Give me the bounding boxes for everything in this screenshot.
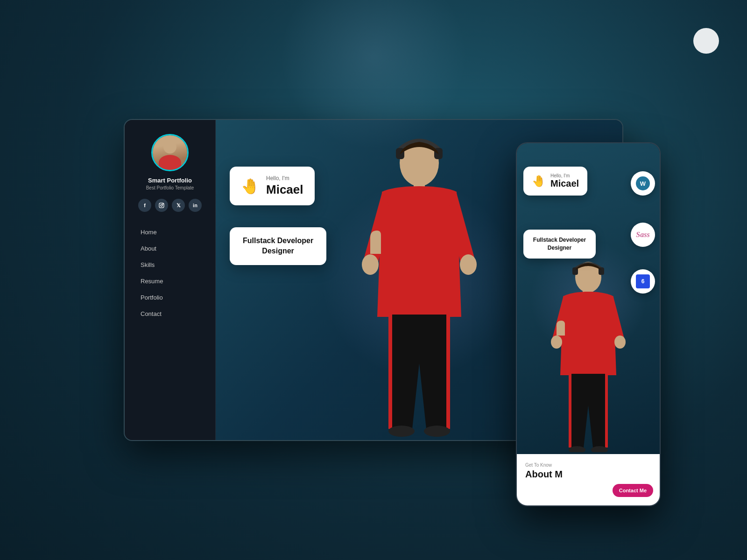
role-card: Fullstack Developer Designer	[230, 227, 326, 265]
avatar	[151, 134, 189, 171]
svg-point-10	[388, 426, 415, 437]
nav-portfolio[interactable]: Portfolio	[134, 290, 206, 305]
social-facebook[interactable]: f	[138, 199, 151, 212]
mobile-role-text: Fullstack Developer Designer	[532, 236, 587, 252]
navigation: Home About Skills Resume Portfolio Conta…	[134, 225, 206, 321]
social-twitter[interactable]: 𝕏	[172, 199, 185, 212]
svg-rect-19	[605, 374, 608, 448]
svg-point-7	[460, 254, 477, 275]
nav-home[interactable]: Home	[134, 225, 206, 239]
wordpress-badge: W	[631, 171, 655, 196]
about-me-title: About M	[525, 469, 651, 480]
mobile-hello-sub: Hello, I'm	[550, 173, 579, 178]
svg-point-2	[162, 204, 163, 204]
svg-point-17	[551, 336, 562, 349]
wave-icon: 🤚	[241, 177, 260, 195]
svg-point-11	[424, 426, 450, 437]
nav-resume[interactable]: Resume	[134, 274, 206, 288]
hero-person	[345, 130, 494, 440]
svg-rect-20	[569, 374, 571, 448]
mobile-hero-area: 🤚 Hello, I'm Micael Fullstack Developer …	[517, 143, 660, 454]
contact-button[interactable]: Contact Me	[613, 484, 653, 497]
wordpress-icon: W	[636, 176, 650, 190]
hello-subtitle: Hello, I'm	[266, 175, 303, 182]
mobile-hero-name: Micael	[550, 178, 579, 189]
nav-about[interactable]: About	[134, 241, 206, 256]
sidebar-name: Smart Portfolio	[148, 177, 192, 184]
sass-badge: Sass	[631, 223, 655, 247]
css3-icon: 6	[636, 274, 650, 288]
decorative-dot	[693, 28, 719, 54]
sidebar-tagline: Best Portfolio Template	[146, 185, 194, 190]
hello-card: 🤚 Hello, I'm Micael	[230, 167, 315, 205]
sidebar: Smart Portfolio Best Portfolio Template …	[125, 120, 216, 440]
social-instagram[interactable]	[155, 199, 168, 212]
svg-rect-9	[388, 315, 392, 429]
svg-point-6	[362, 254, 379, 275]
scene: Smart Portfolio Best Portfolio Template …	[124, 119, 623, 441]
mobile-role-card: Fullstack Developer Designer	[523, 230, 596, 259]
hello-text-group: Hello, I'm Micael	[266, 175, 303, 197]
mobile-wave-icon: 🤚	[532, 175, 546, 188]
mobile-mockup: 🤚 Hello, I'm Micael Fullstack Developer …	[516, 142, 661, 506]
mobile-hello-text: Hello, I'm Micael	[550, 173, 579, 189]
social-linkedin[interactable]: in	[189, 199, 202, 212]
nav-skills[interactable]: Skills	[134, 258, 206, 272]
mobile-person	[542, 256, 635, 454]
svg-rect-8	[446, 315, 450, 429]
social-icons-group: f 𝕏 in	[138, 199, 202, 212]
nav-contact[interactable]: Contact	[134, 307, 206, 321]
svg-point-1	[161, 204, 162, 206]
get-to-know-text: Get To Know	[525, 462, 651, 468]
svg-point-18	[614, 336, 626, 349]
hero-name: Micael	[266, 182, 303, 197]
mobile-hello-card: 🤚 Hello, I'm Micael	[523, 167, 587, 196]
mobile-about-section: Get To Know About M Contact Me	[517, 454, 660, 505]
role-text: Fullstack Developer Designer	[243, 236, 313, 257]
css3-badge: 6	[631, 269, 655, 294]
sass-icon: Sass	[636, 231, 649, 239]
avatar-image	[153, 135, 187, 170]
